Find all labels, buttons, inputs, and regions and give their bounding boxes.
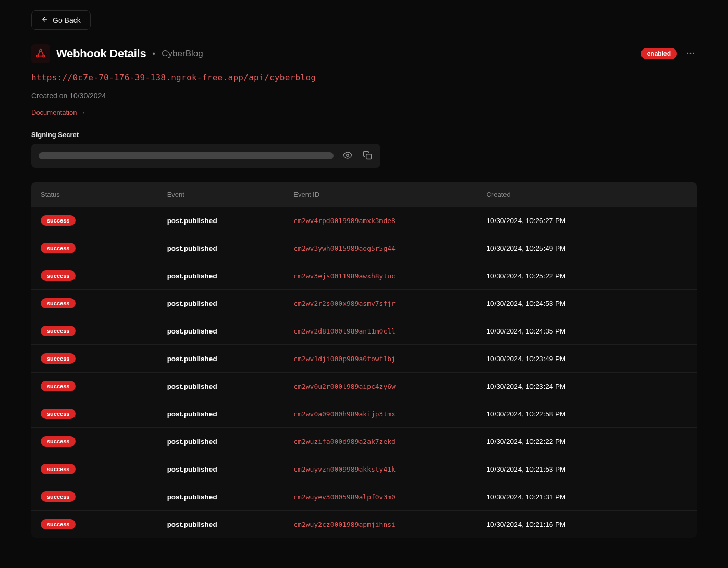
go-back-button[interactable]: Go Back [31,10,91,30]
event-id-link[interactable]: cm2wv2r2s000x989asmv7sfjr [293,300,396,307]
svg-rect-8 [366,154,372,159]
status-badge: enabled [641,48,677,59]
table-row: successpost.publishedcm2wuyev30005989alp… [31,483,697,511]
cell-event-id: cm2wv0u2r000l989aipc4zy6w [284,373,477,400]
cell-status: success [31,345,158,373]
event-id-link[interactable]: cm2wv0a09000h989akijp3tmx [293,410,396,418]
cell-created: 10/30/2024, 10:25:22 PM [477,262,697,290]
th-event-id: Event ID [284,182,477,207]
table-row: successpost.publishedcm2wv3ywh0015989aog… [31,234,697,262]
cell-status: success [31,511,158,538]
status-badge: success [41,243,76,253]
event-name: post.published [167,382,217,390]
arrow-left-icon [41,16,48,24]
table-row: successpost.publishedcm2wuzifa000d989a2a… [31,428,697,455]
table-row: successpost.publishedcm2wuyvzn0009989akk… [31,455,697,483]
created-timestamp: 10/30/2024, 10:24:53 PM [487,300,566,307]
status-badge: success [41,381,76,391]
table-row: successpost.publishedcm2wuy2cz0001989apm… [31,511,697,538]
svg-point-5 [690,52,692,54]
event-name: post.published [167,217,217,225]
cell-status: success [31,428,158,455]
status-badge: success [41,215,76,226]
documentation-link[interactable]: Documentation → [31,108,85,116]
event-id-link[interactable]: cm2wuyvzn0009989akksty41k [293,465,396,473]
copy-secret-button[interactable] [362,150,373,162]
cell-event: post.published [158,262,285,290]
created-timestamp: 10/30/2024, 10:21:31 PM [487,493,566,501]
title-wrap: Webhook Details • CyberBlog [31,44,203,63]
cell-event-id: cm2wuyev30005989alpf0v3m0 [284,483,477,511]
cell-event: post.published [158,455,285,483]
event-id-link[interactable]: cm2wuzifa000d989a2ak7zekd [293,438,396,446]
event-name: post.published [167,272,217,280]
event-id-link[interactable]: cm2wv4rpd0019989amxk3mde8 [293,217,396,225]
cell-status: success [31,455,158,483]
page-subtitle-separator: • [152,48,155,59]
cell-status: success [31,483,158,511]
signing-secret-panel [31,144,380,168]
table-row: successpost.publishedcm2wv4rpd0019989amx… [31,207,697,234]
created-timestamp: 10/30/2024, 10:21:16 PM [487,521,566,528]
event-name: post.published [167,465,217,473]
created-timestamp: 10/30/2024, 10:23:49 PM [487,355,566,363]
cell-event-id: cm2wv3ywh0015989aog5r5g44 [284,234,477,262]
event-name: post.published [167,355,217,363]
cell-status: success [31,234,158,262]
webhook-icon [31,44,50,63]
cell-status: success [31,207,158,234]
cell-created: 10/30/2024, 10:24:53 PM [477,290,697,317]
events-table-header: Status Event Event ID Created [31,182,697,207]
created-timestamp: 10/30/2024, 10:25:49 PM [487,244,566,252]
page-subtitle: CyberBlog [162,48,203,59]
copy-icon [363,151,372,162]
created-timestamp: 10/30/2024, 10:22:22 PM [487,438,566,446]
table-row: successpost.publishedcm2wv1dji000p989a0f… [31,345,697,373]
event-id-link[interactable]: cm2wv3ywh0015989aog5r5g44 [293,244,396,252]
cell-event-id: cm2wuy2cz0001989apmjihnsi [284,511,477,538]
cell-status: success [31,317,158,345]
svg-point-4 [687,52,688,54]
more-horizontal-icon [686,48,695,59]
cell-status: success [31,262,158,290]
created-timestamp: 10/30/2024, 10:26:27 PM [487,217,566,225]
cell-event-id: cm2wv2d81000t989an11m0cll [284,317,477,345]
svg-point-6 [693,52,694,54]
event-name: post.published [167,327,217,335]
event-name: post.published [167,300,217,307]
cell-event: post.published [158,428,285,455]
cell-created: 10/30/2024, 10:26:27 PM [477,207,697,234]
eye-icon [343,151,352,162]
cell-status: success [31,373,158,400]
status-badge: success [41,491,76,502]
status-badge: success [41,519,76,529]
created-timestamp: 10/30/2024, 10:25:22 PM [487,272,566,280]
event-id-link[interactable]: cm2wv2d81000t989an11m0cll [293,327,396,335]
reveal-secret-button[interactable] [342,150,353,162]
created-timestamp: 10/30/2024, 10:22:58 PM [487,410,566,418]
event-id-link[interactable]: cm2wv3ejs0011989awxh8ytuc [293,272,396,280]
event-name: post.published [167,493,217,501]
more-menu-button[interactable] [684,47,697,60]
event-id-link[interactable]: cm2wv0u2r000l989aipc4zy6w [293,382,396,390]
event-name: post.published [167,244,217,252]
cell-status: success [31,400,158,428]
event-id-link[interactable]: cm2wv1dji000p989a0fowf1bj [293,355,396,363]
svg-point-7 [347,154,349,156]
cell-created: 10/30/2024, 10:21:16 PM [477,511,697,538]
table-row: successpost.publishedcm2wv2d81000t989an1… [31,317,697,345]
status-badge: success [41,464,76,474]
page-title: Webhook Details [56,47,146,60]
event-id-link[interactable]: cm2wuyev30005989alpf0v3m0 [293,493,396,501]
cell-event-id: cm2wv0a09000h989akijp3tmx [284,400,477,428]
cell-event: post.published [158,207,285,234]
table-row: successpost.publishedcm2wv0a09000h989aki… [31,400,697,428]
cell-created: 10/30/2024, 10:25:49 PM [477,234,697,262]
cell-event: post.published [158,483,285,511]
created-timestamp: 10/30/2024, 10:24:35 PM [487,327,566,335]
webhook-url: https://0c7e-70-176-39-138.ngrok-free.ap… [31,72,697,82]
event-id-link[interactable]: cm2wuy2cz0001989apmjihnsi [293,521,396,528]
cell-event: post.published [158,373,285,400]
th-status: Status [31,182,158,207]
cell-event: post.published [158,317,285,345]
